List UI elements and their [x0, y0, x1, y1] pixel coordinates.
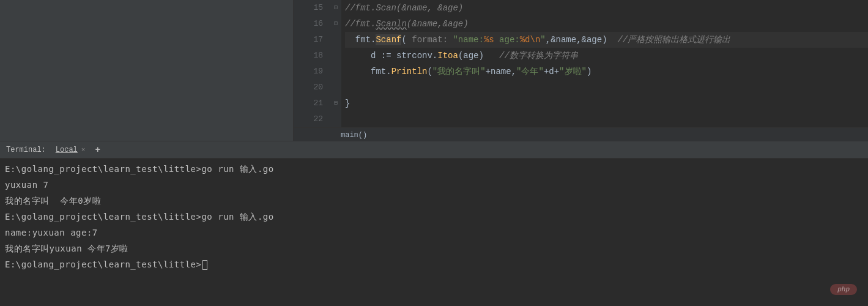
breadcrumb-item[interactable]: main() — [341, 131, 367, 140]
line-number: 16 — [294, 16, 323, 32]
code-line: d := strconv.Itoa(age) //数字转换为字符串 — [345, 48, 868, 64]
fold-icon[interactable]: ⊟ — [330, 16, 341, 32]
terminal-output[interactable]: E:\golang_project\learn_test\little>go r… — [0, 159, 868, 306]
line-number-gutter: 15 16 17 18 19 20 21 22 — [294, 0, 330, 127]
project-panel — [0, 0, 294, 141]
comment-text: //fmt.Scan(&name, &age) — [345, 3, 463, 13]
breadcrumb[interactable]: main() — [294, 127, 868, 142]
line-number: 17 — [294, 32, 323, 48]
code-editor[interactable]: 15 16 17 18 19 20 21 22 ⊟ ⊟ ⊟ — [294, 0, 868, 127]
terminal-line: 我的名字叫 今年0岁啦 — [5, 193, 863, 209]
fold-icon[interactable]: ⊟ — [330, 0, 341, 16]
code-content[interactable]: //fmt.Scan(&name, &age) //fmt.Scanln(&na… — [341, 0, 868, 127]
line-number: 22 — [294, 111, 323, 127]
fold-gutter: ⊟ ⊟ ⊟ — [330, 0, 341, 127]
terminal-prompt-line: E:\golang_project\learn_test\little> — [5, 256, 863, 272]
comment-text: //fmt. — [345, 19, 376, 29]
terminal-line: E:\golang_project\learn_test\little>go r… — [5, 161, 863, 177]
code-area: 15 16 17 18 19 20 21 22 ⊟ ⊟ ⊟ — [294, 0, 868, 141]
terminal-tab[interactable]: Local — [56, 146, 78, 154]
code-line: fmt.Println("我的名字叫"+name,"今年"+d+"岁啦") — [345, 64, 868, 80]
terminal-line: E:\golang_project\learn_test\little>go r… — [5, 209, 863, 225]
code-line — [345, 80, 868, 95]
terminal-line: 我的名字叫yuxuan 今年7岁啦 — [5, 241, 863, 256]
code-line: } — [345, 95, 868, 111]
line-number: 15 — [294, 0, 323, 16]
terminal-line: yuxuan 7 — [5, 177, 863, 193]
line-number: 21 — [294, 95, 323, 111]
fold-icon[interactable]: ⊟ — [330, 95, 341, 111]
new-terminal-button[interactable]: + — [95, 145, 100, 155]
terminal-header: Terminal: Local × + — [0, 141, 868, 159]
line-number: 18 — [294, 48, 323, 64]
comment-text: //严格按照输出格式进行输出 — [607, 35, 731, 45]
line-number: 20 — [294, 80, 323, 95]
code-line-current: fmt.Scanf( format: "name:%s age:%d\n",&n… — [345, 32, 868, 48]
terminal-cursor — [202, 260, 207, 270]
close-icon[interactable]: × — [81, 146, 86, 154]
terminal-panel: Terminal: Local × + E:\golang_project\le… — [0, 141, 868, 306]
terminal-line: name:yuxuan age:7 — [5, 225, 863, 241]
code-line: //fmt.Scanln(&name,&age) — [345, 16, 868, 32]
code-line: //fmt.Scan(&name, &age) — [345, 0, 868, 16]
terminal-label: Terminal: — [6, 146, 46, 154]
line-number: 19 — [294, 64, 323, 80]
code-line — [345, 111, 868, 127]
editor-area: 15 16 17 18 19 20 21 22 ⊟ ⊟ ⊟ — [0, 0, 868, 141]
watermark: php — [830, 284, 857, 295]
comment-text: Scanln — [376, 19, 406, 29]
comment-text: (&name,&age) — [407, 19, 469, 29]
comment-text: //数字转换为字符串 — [484, 51, 578, 61]
